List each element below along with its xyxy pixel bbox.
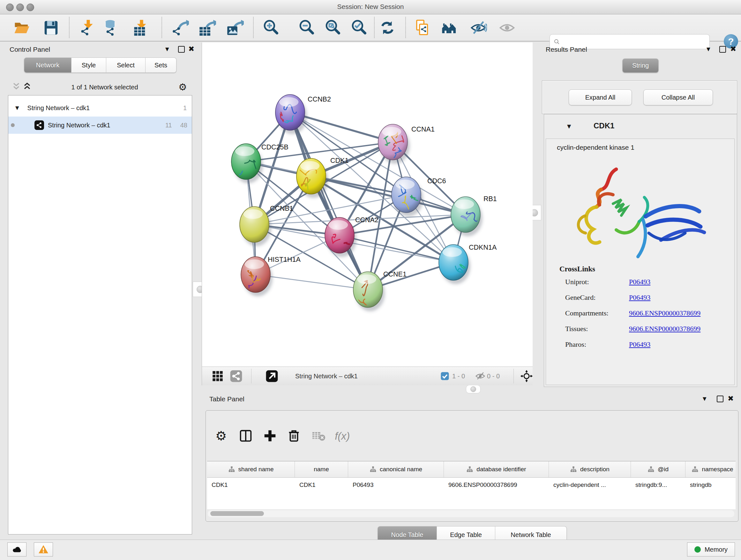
collapse-all-button[interactable]: Collapse All (643, 89, 713, 105)
edge-CCNB2-CCNE1[interactable] (290, 112, 368, 290)
save-session-button[interactable] (43, 19, 60, 37)
column-header-database-identifier[interactable]: database identifier (444, 461, 549, 477)
tab-sets[interactable]: Sets (145, 57, 177, 73)
delete-column-icon[interactable] (286, 428, 301, 443)
gene-disclosure-icon[interactable]: ▼ (567, 123, 571, 129)
node-label-HIST1H1A: HIST1H1A (268, 256, 300, 263)
zoom-selected-button[interactable] (351, 19, 368, 37)
table-panel-menu-icon[interactable]: ▼ (703, 396, 706, 401)
expand-all-icon[interactable] (23, 82, 31, 92)
first-neighbors-button[interactable] (441, 19, 458, 37)
zoom-in-button[interactable] (263, 19, 280, 37)
export-image-button[interactable] (226, 19, 244, 37)
import-network-from-database-button[interactable] (104, 19, 121, 37)
node-CCNB2[interactable]: CCNB2 (275, 95, 331, 134)
table-row[interactable]: CDK1CDK1P064939606.ENSP00000378699cyclin… (207, 478, 736, 492)
bottom-splitter-handle[interactable] (466, 385, 481, 393)
cell-namespace[interactable]: stringdb (685, 482, 736, 489)
cloud-button[interactable] (7, 543, 26, 557)
crosslink-link[interactable]: 9606.ENSP00000378699 (629, 309, 700, 317)
tab-style[interactable]: Style (71, 57, 106, 73)
control-panel-float-icon[interactable] (178, 46, 185, 53)
network-collection-row[interactable]: ▼ String Network – cdk1 1 (8, 99, 192, 117)
cell-shared-name[interactable]: CDK1 (207, 482, 295, 489)
zoom-out-button[interactable] (298, 19, 316, 37)
column-header-description[interactable]: description (549, 461, 631, 477)
network-row[interactable]: String Network – cdk1 11 48 (8, 117, 192, 134)
crosslink-link[interactable]: P06493 (629, 294, 650, 302)
cell--id[interactable]: stringdb:9... (631, 482, 685, 489)
column-header--id[interactable]: @id (631, 461, 685, 477)
table-panel-float-icon[interactable] (717, 395, 724, 402)
node-CCNB1[interactable]: CCNB1 (240, 205, 293, 246)
cell-canonical-name[interactable]: P06493 (348, 482, 444, 489)
collection-disclosure-icon[interactable]: ▼ (15, 105, 19, 111)
node-label-CCNB2: CCNB2 (308, 96, 331, 103)
memory-label: Memory (704, 546, 728, 553)
cell-name[interactable]: CDK1 (295, 482, 348, 489)
crosslink-link[interactable]: P06493 (629, 340, 650, 349)
clone-network-button[interactable] (414, 19, 432, 37)
tab-select[interactable]: Select (106, 57, 145, 73)
node-CCNE1[interactable]: CCNE1 (353, 270, 407, 311)
grid-view-icon[interactable] (211, 369, 224, 383)
node-HIST1H1A[interactable]: HIST1H1A (241, 256, 300, 296)
memory-button[interactable]: Memory (687, 543, 735, 557)
column-header-name[interactable]: name (295, 461, 348, 477)
node-CDC25B[interactable]: CDC25B (231, 143, 288, 184)
export-network-button[interactable] (172, 19, 189, 37)
column-header-canonical-name[interactable]: canonical name (348, 461, 444, 477)
node-CDK1[interactable]: CDK1 (296, 157, 348, 198)
crosslink-row: Tissues: 9606.ENSP00000378699 (559, 325, 700, 333)
hide-selected-button[interactable] (470, 19, 487, 37)
column-header-shared-name[interactable]: shared name (207, 461, 295, 477)
function-builder-icon[interactable]: f(x) (333, 428, 355, 443)
node-CDKN1A[interactable]: CDKN1A (439, 244, 497, 284)
node-RB1[interactable]: RB1 (451, 195, 497, 236)
collection-count: 1 (183, 105, 187, 112)
import-network-from-file-button[interactable] (79, 19, 97, 37)
tab-string[interactable]: String (622, 58, 659, 73)
edge-CCNA2-CDKN1A[interactable] (340, 235, 454, 262)
control-panel-tabs: NetworkStyleSelectSets (24, 57, 177, 73)
delete-table-icon[interactable] (311, 428, 326, 443)
network-options-gear-icon[interactable]: ⚙ (179, 82, 187, 92)
cell-description[interactable]: cyclin-dependent ... (549, 482, 631, 489)
zoom-fit-content-button[interactable] (325, 19, 342, 37)
node-CDC6[interactable]: CDC6 (392, 177, 446, 216)
selected-checkbox-icon[interactable] (440, 371, 450, 381)
detach-view-icon[interactable] (265, 369, 279, 383)
apply-preferred-layout-button[interactable] (379, 19, 396, 37)
network-selected-text: 1 of 1 Network selected (31, 84, 179, 91)
hidden-eye-icon[interactable] (475, 370, 486, 382)
expand-all-button[interactable]: Expand All (569, 89, 632, 105)
collapse-all-icon[interactable] (12, 82, 20, 92)
birdseye-crosshair-icon[interactable] (520, 369, 533, 383)
table-hscrollbar-thumb[interactable] (210, 511, 264, 516)
control-panel-menu-icon[interactable]: ▼ (165, 47, 169, 52)
control-panel-close-icon[interactable]: ✖ (188, 45, 194, 53)
crosslink-link[interactable]: P06493 (629, 278, 650, 286)
import-table-from-file-button[interactable] (133, 19, 150, 37)
split-columns-icon[interactable] (239, 428, 253, 443)
network-share-view-icon[interactable] (229, 369, 243, 383)
node-CCNA1[interactable]: CCNA1 (378, 124, 434, 164)
cell-database-identifier[interactable]: 9606.ENSP00000378699 (444, 482, 549, 489)
tab-network[interactable]: Network (24, 57, 71, 73)
add-column-icon[interactable] (263, 428, 277, 443)
table-settings-gear-icon[interactable]: ⚙ (215, 428, 227, 443)
results-panel-close-icon[interactable]: ✖ (730, 45, 736, 53)
node-CCNA2[interactable]: CCNA2 (325, 216, 379, 257)
app-window: Session: New Session ? Control Panel ▼ ✖… (0, 0, 741, 560)
export-table-button[interactable] (199, 19, 216, 37)
network-canvas[interactable]: CCNB2 CCNA1 CDC25B CDK1 CDC6 RB1 CCNB1 (202, 43, 533, 367)
show-all-button[interactable] (498, 19, 516, 37)
results-panel-float-icon[interactable] (719, 46, 726, 53)
table-panel-close-icon[interactable]: ✖ (728, 395, 734, 402)
warning-button[interactable] (34, 543, 53, 557)
results-panel-menu-icon[interactable]: ▼ (706, 47, 711, 52)
column-header-namespace[interactable]: namespace (685, 461, 736, 477)
table-panel-box: ⚙ f(x) shared namename canonical name da… (205, 410, 738, 522)
crosslink-link[interactable]: 9606.ENSP00000378699 (629, 325, 700, 333)
open-session-button[interactable] (13, 19, 30, 37)
